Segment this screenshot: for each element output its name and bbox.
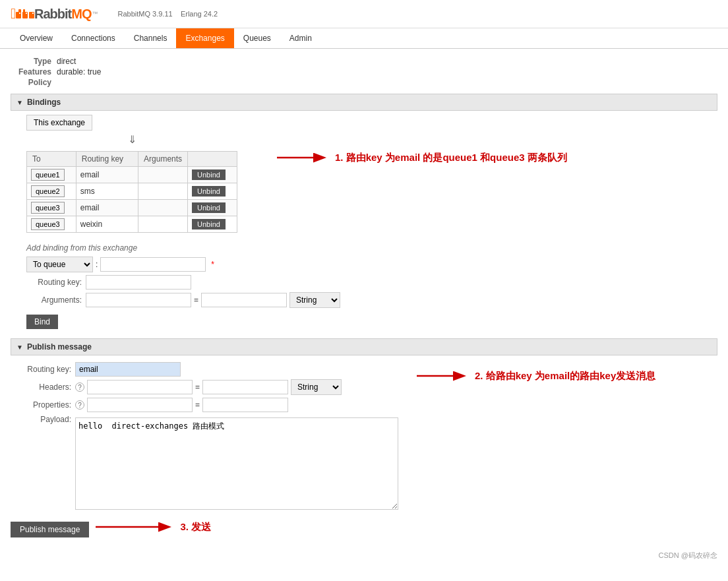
binding-to-cell: queue3 xyxy=(27,216,76,233)
bindings-section-header[interactable]: ▼ Bindings xyxy=(11,94,717,111)
bindings-section-label: Bindings xyxy=(27,98,61,107)
queue-button[interactable]: queue2 xyxy=(31,185,65,197)
arrow2-icon xyxy=(417,366,470,386)
table-row: queue3weixinUnbind xyxy=(27,216,237,233)
publish-properties-row: Properties: ? = xyxy=(16,398,398,412)
arrow1-icon xyxy=(277,148,330,168)
arguments-key-input[interactable] xyxy=(86,293,191,307)
publish-section-header[interactable]: ▼ Publish message xyxy=(11,338,717,355)
queue-button[interactable]: queue1 xyxy=(31,169,65,181)
features-value: durable: true xyxy=(57,67,101,76)
table-row: queue3emailUnbind xyxy=(27,200,237,216)
publish-form: Routing key: Headers: ? = String Boolean… xyxy=(11,359,404,512)
publish-properties-label: Properties: xyxy=(16,400,75,410)
binding-action-cell: Unbind xyxy=(188,167,237,183)
headers-question-icon[interactable]: ? xyxy=(75,382,84,392)
logo:  RabbitMQ ™ xyxy=(11,5,98,22)
annotation2-area: 2. 给路由key 为email的路由key发送消息 xyxy=(417,366,655,386)
nav-admin[interactable]: Admin xyxy=(280,28,321,48)
header:  RabbitMQ ™ RabbitMQ 3.9.11 xyxy=(0,0,728,28)
rabbitmq-logo-icon xyxy=(16,7,34,21)
svg-rect-7 xyxy=(32,13,34,14)
nav-queues[interactable]: Queues xyxy=(234,28,280,48)
publish-properties-key-input[interactable] xyxy=(87,398,193,412)
headers-equals: = xyxy=(195,382,200,392)
queue-button[interactable]: queue3 xyxy=(31,218,65,230)
publish-message-button[interactable]: Publish message xyxy=(11,522,89,537)
publish-arrow-icon: ▼ xyxy=(16,344,23,351)
routing-key-input[interactable] xyxy=(86,275,191,290)
col-routing-key: Routing key xyxy=(76,152,138,167)
nav-connections[interactable]: Connections xyxy=(62,28,125,48)
table-row: queue2smsUnbind xyxy=(27,183,237,200)
arguments-value-input[interactable] xyxy=(201,293,287,307)
publish-routing-key-row: Routing key: xyxy=(16,362,398,377)
col-action xyxy=(188,152,237,167)
nav-channels[interactable]: Channels xyxy=(125,28,177,48)
publish-headers-key-input[interactable] xyxy=(87,380,193,394)
publish-payload-label: Payload: xyxy=(16,415,75,424)
bind-button[interactable]: Bind xyxy=(26,315,58,329)
table-row: queue1emailUnbind xyxy=(27,167,237,183)
nav-exchanges[interactable]: Exchanges xyxy=(176,28,233,48)
this-exchange-button[interactable]: This exchange xyxy=(26,115,92,131)
routing-key-label: Routing key: xyxy=(26,278,86,287)
unbind-button[interactable]: Unbind xyxy=(192,169,226,180)
svg-rect-5 xyxy=(19,13,20,14)
binding-to-cell: queue2 xyxy=(27,183,76,200)
to-queue-select[interactable]: To queue To exchange xyxy=(26,257,93,272)
logo-rabbit:  xyxy=(11,5,16,22)
logo-text: RabbitMQ xyxy=(34,7,91,22)
publish-routing-key-label: Routing key: xyxy=(16,365,75,374)
type-row: Type direct xyxy=(11,57,717,66)
properties-question-icon[interactable]: ? xyxy=(75,400,84,410)
footer-note: CSDN @码农碎念 xyxy=(0,544,728,567)
unbind-button[interactable]: Unbind xyxy=(192,202,226,213)
logo-tm: ™ xyxy=(92,11,98,17)
annotation2-text: 2. 给路由key 为email的路由key发送消息 xyxy=(475,370,655,382)
binding-arguments-cell xyxy=(138,216,188,233)
unbind-button[interactable]: Unbind xyxy=(192,186,226,197)
binding-routing-key-cell: weixin xyxy=(76,216,138,233)
annotation1-area: 1. 路由key 为email 的是queue1 和queue3 两条队列 xyxy=(277,148,567,168)
svg-rect-3 xyxy=(23,9,25,13)
type-value: direct xyxy=(57,57,76,66)
binding-action-cell: Unbind xyxy=(188,216,237,233)
arguments-type-select[interactable]: String Boolean Number xyxy=(289,292,340,308)
headers-type-select[interactable]: String Boolean xyxy=(291,379,342,395)
queue-button[interactable]: queue3 xyxy=(31,202,65,214)
publish-headers-value-input[interactable] xyxy=(202,380,288,394)
publish-button-row: Publish message 3. 发送 xyxy=(11,516,717,537)
unbind-button[interactable]: Unbind xyxy=(192,219,226,229)
to-queue-input[interactable] xyxy=(100,257,206,272)
binding-to-cell: queue3 xyxy=(27,200,76,216)
version-info: RabbitMQ 3.9.11 Erlang 24.2 xyxy=(117,10,218,18)
col-to: To xyxy=(27,152,76,167)
binding-routing-key-cell: email xyxy=(76,167,138,183)
exchange-info: Type direct Features durable: true Polic… xyxy=(0,49,728,544)
main-nav: Overview Connections Channels Exchanges … xyxy=(0,28,728,49)
arguments-label: Arguments: xyxy=(26,295,86,305)
annotation3-text: 3. 发送 xyxy=(180,521,211,534)
nav-overview[interactable]: Overview xyxy=(11,28,62,48)
policy-row: Policy xyxy=(11,78,717,87)
equals-sign: = xyxy=(194,295,198,305)
binding-arguments-cell xyxy=(138,183,188,200)
svg-rect-6 xyxy=(26,13,27,14)
publish-content-row: Routing key: Headers: ? = String Boolean… xyxy=(11,359,717,512)
to-queue-row: To queue To exchange : * xyxy=(26,257,712,272)
binding-to-cell: queue1 xyxy=(27,167,76,183)
down-arrow-icon: ⇓ xyxy=(26,133,237,146)
annotation1-text: 1. 路由key 为email 的是queue1 和queue3 两条队列 xyxy=(335,152,567,164)
publish-headers-row: Headers: ? = String Boolean xyxy=(16,379,398,395)
publish-payload-row: Payload: hello direct-exchanges 路由模式 xyxy=(16,415,398,510)
publish-properties-value-input[interactable] xyxy=(202,398,288,412)
publish-routing-key-input[interactable] xyxy=(75,362,181,377)
properties-equals: = xyxy=(195,400,200,410)
bindings-content: This exchange ⇓ To Routing key Arguments xyxy=(11,115,717,329)
arrow3-icon xyxy=(96,517,175,537)
type-label: Type xyxy=(11,57,57,66)
publish-payload-textarea[interactable]: hello direct-exchanges 路由模式 xyxy=(75,417,398,510)
arguments-row: Arguments: = String Boolean Number xyxy=(26,292,712,308)
policy-label: Policy xyxy=(11,78,57,87)
